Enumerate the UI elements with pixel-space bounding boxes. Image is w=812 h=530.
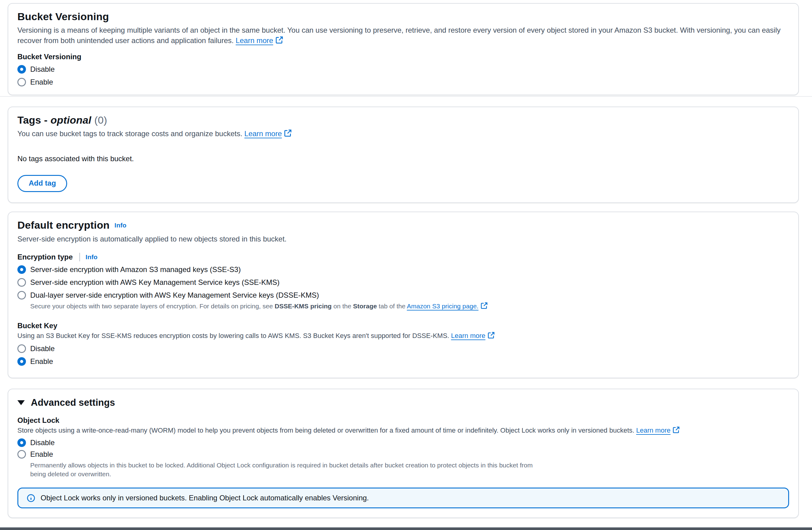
tags-count: (0) [91, 114, 107, 126]
learn-more-label: Learn more [636, 427, 671, 434]
amazon-s3-pricing-page-link[interactable]: Amazon S3 pricing page. [407, 303, 488, 310]
section-title-tags: Tags - optional (0) [17, 114, 789, 126]
radio-versioning-disable[interactable]: Disable [17, 65, 789, 74]
object-lock-description: Store objects using a write-once-read-ma… [17, 426, 789, 435]
tags-description: You can use bucket tags to track storage… [17, 129, 789, 139]
section-title-bucket-versioning: Bucket Versioning [17, 10, 789, 23]
bucket-versioning-description-text: Versioning is a means of keeping multipl… [17, 26, 781, 45]
object-lock-alert-text: Object Lock works only in versioned buck… [41, 493, 369, 502]
encryption-type-label-row: Encryption type Info [17, 253, 789, 261]
radio-bucket-key-enable[interactable]: Enable [17, 357, 789, 366]
bucket-key-description: Using an S3 Bucket Key for SSE-KMS reduc… [17, 331, 789, 340]
object-lock-label: Object Lock [17, 416, 789, 425]
tags-learn-more-link[interactable]: Learn more [245, 129, 292, 138]
radio-label: Server-side encryption with AWS Key Mana… [30, 278, 280, 287]
add-tag-button[interactable]: Add tag [17, 175, 67, 192]
vertical-divider [79, 253, 80, 261]
radio-button[interactable] [17, 344, 26, 353]
bucket-key-label: Bucket Key [17, 321, 789, 330]
bucket-versioning-description: Versioning is a means of keeping multipl… [17, 25, 789, 46]
radio-label: Disable [30, 344, 55, 353]
encryption-type-info-link[interactable]: Info [86, 254, 97, 261]
external-link-icon [284, 129, 292, 137]
radio-button-selected[interactable] [17, 439, 26, 447]
advanced-settings-title: Advanced settings [31, 397, 115, 408]
note-text: tab of the [377, 303, 407, 310]
advanced-settings-expander[interactable]: Advanced settings [17, 397, 789, 408]
radio-button[interactable] [17, 291, 26, 300]
radio-label: Enable [30, 77, 53, 87]
tags-title-optional: optional [50, 114, 91, 126]
radio-button-selected[interactable] [17, 357, 26, 366]
learn-more-label: Learn more [451, 332, 486, 340]
radio-label: Disable [30, 65, 55, 74]
tags-description-text: You can use bucket tags to track storage… [17, 129, 245, 138]
radio-label: Server-side encryption with Amazon S3 ma… [30, 265, 241, 274]
radio-label: Disable [30, 438, 55, 447]
page-bottom-edge [0, 527, 812, 530]
tags-title-main: Tags - [17, 114, 50, 126]
radio-object-lock-enable[interactable]: Enable [17, 450, 789, 459]
radio-bucket-key-disable[interactable]: Disable [17, 344, 789, 353]
default-encryption-description: Server-side encryption is automatically … [17, 234, 789, 244]
radio-button-selected[interactable] [17, 65, 26, 74]
object-lock-description-text: Store objects using a write-once-read-ma… [17, 427, 636, 434]
note-bold-storage: Storage [353, 303, 377, 310]
radio-label: Enable [30, 357, 53, 366]
create-bucket-form: Bucket Versioning Versioning is a means … [0, 0, 812, 530]
radio-button[interactable] [17, 78, 26, 86]
radio-label: Dual-layer server-side encryption with A… [30, 291, 319, 300]
bucket-key-learn-more-link[interactable]: Learn more [451, 332, 495, 340]
radio-button[interactable] [17, 278, 26, 287]
section-default-encryption: Default encryptionInfo Server-side encry… [8, 212, 799, 378]
bucket-versioning-learn-more-link[interactable]: Learn more [236, 36, 283, 45]
encryption-type-label: Encryption type [17, 253, 73, 261]
external-link-icon [672, 426, 680, 433]
bucket-versioning-field-label: Bucket Versioning [17, 53, 789, 61]
bucket-key-description-text: Using an S3 Bucket Key for SSE-KMS reduc… [17, 332, 451, 340]
radio-button-selected[interactable] [17, 265, 26, 274]
note-text: on the [332, 303, 353, 310]
section-advanced-settings: Advanced settings Object Lock Store obje… [8, 389, 799, 518]
link-label: Amazon S3 pricing page. [407, 303, 479, 310]
object-lock-enable-note: Permanently allows objects in this bucke… [30, 461, 534, 478]
caret-down-icon [17, 400, 25, 405]
learn-more-label: Learn more [245, 129, 282, 138]
section-title-default-encryption: Default encryptionInfo [17, 219, 789, 231]
info-icon [27, 494, 35, 502]
section-tags: Tags - optional (0) You can use bucket t… [8, 106, 799, 203]
default-encryption-title-text: Default encryption [17, 219, 110, 231]
note-bold-dsse-pricing: DSSE-KMS pricing [275, 303, 332, 310]
external-link-icon [480, 302, 488, 309]
radio-encryption-dsse-kms[interactable]: Dual-layer server-side encryption with A… [17, 291, 789, 300]
external-link-icon [275, 36, 283, 44]
horizontal-divider [0, 96, 812, 97]
tags-empty-state-text: No tags associated with this bucket. [17, 154, 789, 163]
note-text: Secure your objects with two separate la… [30, 303, 275, 310]
dsse-kms-pricing-note: Secure your objects with two separate la… [30, 302, 789, 311]
learn-more-label: Learn more [236, 36, 273, 45]
radio-label: Enable [30, 450, 53, 459]
radio-encryption-sse-s3[interactable]: Server-side encryption with Amazon S3 ma… [17, 265, 789, 274]
object-lock-learn-more-link[interactable]: Learn more [636, 427, 680, 434]
object-lock-info-alert: Object Lock works only in versioned buck… [17, 488, 789, 508]
radio-versioning-enable[interactable]: Enable [17, 77, 789, 87]
default-encryption-info-link[interactable]: Info [115, 221, 126, 229]
radio-encryption-sse-kms[interactable]: Server-side encryption with AWS Key Mana… [17, 278, 789, 287]
section-bucket-versioning: Bucket Versioning Versioning is a means … [8, 3, 799, 95]
external-link-icon [488, 332, 495, 339]
radio-object-lock-disable[interactable]: Disable [17, 438, 789, 447]
radio-button[interactable] [17, 450, 26, 459]
